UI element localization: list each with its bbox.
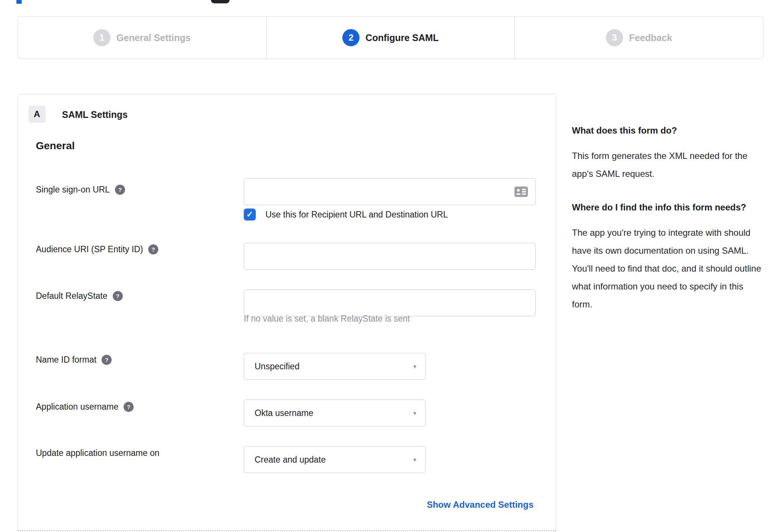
- sso-url-input[interactable]: [244, 178, 536, 205]
- section-divider: [18, 530, 556, 531]
- audience-uri-label-row: Audience URI (SP Entity ID) ?: [36, 244, 158, 254]
- sso-url-label: Single sign-on URL: [36, 185, 110, 195]
- relaystate-helper-text: If no value is set, a blank RelayState i…: [244, 314, 410, 324]
- name-id-format-select[interactable]: Unspecified ▾: [244, 353, 426, 380]
- recipient-url-checkbox-label: Use this for Recipient URL and Destinati…: [265, 210, 448, 220]
- step-1-label: General Settings: [116, 32, 191, 43]
- section-a-badge: A: [28, 106, 46, 123]
- step-configure-saml[interactable]: 2 Configure SAML: [267, 17, 515, 59]
- help-icon[interactable]: ?: [113, 291, 123, 301]
- step-feedback[interactable]: 3 Feedback: [515, 17, 763, 59]
- audience-uri-label: Audience URI (SP Entity ID): [36, 244, 143, 254]
- chevron-down-icon: ▾: [413, 456, 416, 463]
- help-icon[interactable]: ?: [148, 244, 158, 254]
- help-icon[interactable]: ?: [102, 355, 112, 365]
- recipient-url-checkbox[interactable]: ✓: [244, 209, 256, 220]
- wizard-stepper: 1 General Settings 2 Configure SAML 3 Fe…: [18, 16, 763, 59]
- app-username-label-row: Application username ?: [36, 402, 134, 412]
- saml-settings-panel: A SAML Settings General Single sign-on U…: [18, 94, 556, 532]
- sso-url-label-row: Single sign-on URL ?: [36, 185, 125, 195]
- help-body-what: This form generates the XML needed for t…: [572, 147, 765, 183]
- help-heading-where: Where do I find the info this form needs…: [572, 199, 765, 216]
- step-2-number-badge: 2: [342, 29, 360, 46]
- update-app-username-label: Update application username on: [36, 448, 159, 458]
- app-username-value: Okta username: [255, 408, 313, 418]
- step-1-number-badge: 1: [93, 29, 111, 46]
- update-app-username-label-row: Update application username on: [36, 448, 159, 458]
- show-advanced-settings-link[interactable]: Show Advanced Settings: [427, 500, 533, 510]
- help-icon[interactable]: ?: [115, 185, 125, 195]
- name-id-format-label: Name ID format: [36, 355, 96, 365]
- chevron-down-icon: ▾: [413, 363, 416, 370]
- update-app-username-select[interactable]: Create and update ▾: [244, 446, 426, 473]
- name-id-format-label-row: Name ID format ?: [36, 355, 112, 365]
- check-icon: ✓: [246, 210, 253, 219]
- help-body-where: The app you're trying to integrate with …: [572, 224, 765, 313]
- app-username-label: Application username: [36, 402, 118, 412]
- cut-off-page-title-fragment: [211, 0, 230, 3]
- step-3-number-badge: 3: [606, 29, 623, 46]
- help-heading-what: What does this form do?: [572, 122, 765, 139]
- sso-checkbox-row: ✓ Use this for Recipient URL and Destina…: [244, 209, 448, 220]
- help-icon[interactable]: ?: [124, 402, 134, 412]
- cut-off-logo-fragment: [16, 0, 22, 4]
- relaystate-input[interactable]: [244, 290, 536, 316]
- relaystate-label: Default RelayState: [36, 291, 108, 301]
- general-group-title: General: [36, 140, 75, 152]
- audience-uri-input[interactable]: [244, 243, 536, 270]
- relaystate-label-row: Default RelayState ?: [36, 291, 123, 301]
- name-id-format-value: Unspecified: [255, 362, 299, 372]
- help-sidebar: What does this form do? This form genera…: [572, 122, 765, 330]
- section-title: SAML Settings: [62, 109, 128, 120]
- chevron-down-icon: ▾: [413, 410, 416, 417]
- app-username-select[interactable]: Okta username ▾: [244, 400, 426, 426]
- contact-card-icon: [514, 187, 528, 197]
- step-3-label: Feedback: [629, 32, 672, 43]
- update-app-username-value: Create and update: [255, 455, 326, 465]
- step-2-label: Configure SAML: [365, 32, 439, 43]
- step-general-settings[interactable]: 1 General Settings: [18, 17, 267, 59]
